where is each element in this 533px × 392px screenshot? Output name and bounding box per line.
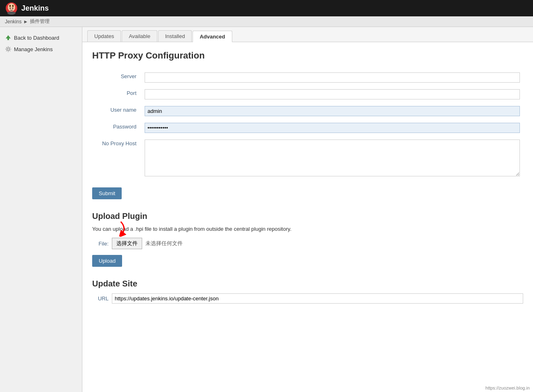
update-site-row: URL (92, 293, 523, 304)
server-input-cell (141, 69, 523, 86)
server-row: Server (92, 69, 523, 86)
main-layout: Back to Dashboard Manage Jenkins Updates… (0, 27, 533, 392)
logo-area: Jenkins (5, 2, 49, 15)
svg-point-5 (12, 8, 14, 9)
manage-jenkins-label: Manage Jenkins (14, 46, 53, 52)
no-file-chosen-label: 未选择任何文件 (145, 240, 183, 247)
upload-plugin-desc: You can upload a .hpi file to install a … (92, 226, 523, 232)
password-input[interactable] (145, 123, 520, 133)
app-header: Jenkins (0, 0, 533, 16)
file-choose-container: 选择文件 (112, 238, 142, 249)
breadcrumb-sep: ► (23, 19, 28, 25)
tab-available[interactable]: Available (122, 30, 157, 42)
up-arrow-icon (5, 34, 11, 41)
no-proxy-input-cell (141, 136, 523, 181)
svg-rect-3 (12, 5, 14, 7)
url-input[interactable] (112, 293, 523, 304)
server-input[interactable] (145, 72, 520, 83)
svg-marker-7 (6, 35, 11, 38)
footer-link: https://zuozwei.blog.in (485, 385, 530, 390)
svg-rect-2 (9, 5, 11, 7)
submit-button[interactable]: Submit (92, 187, 122, 199)
username-row: User name (92, 103, 523, 119)
server-label: Server (92, 69, 141, 86)
username-input[interactable] (145, 106, 520, 116)
choose-file-button[interactable]: 选择文件 (112, 238, 142, 249)
file-label: File: (92, 241, 109, 247)
jenkins-logo-icon (5, 2, 18, 15)
username-label: User name (92, 103, 141, 119)
tab-advanced[interactable]: Advanced (193, 31, 232, 42)
upload-button[interactable]: Upload (92, 255, 122, 267)
sidebar-item-manage-jenkins[interactable]: Manage Jenkins (0, 43, 82, 55)
tab-updates[interactable]: Updates (87, 30, 121, 42)
password-label: Password (92, 119, 141, 136)
app-title: Jenkins (21, 4, 49, 13)
page-content: HTTP Proxy Configuration Server Port Use… (82, 42, 533, 318)
port-input-cell (141, 86, 523, 103)
upload-plugin-title: Upload Plugin (92, 212, 523, 221)
svg-rect-8 (7, 38, 9, 40)
no-proxy-label: No Proxy Host (92, 136, 141, 181)
tabs-bar: Updates Available Installed Advanced (82, 27, 533, 42)
breadcrumb-current: 插件管理 (30, 18, 50, 25)
http-proxy-title: HTTP Proxy Configuration (92, 50, 523, 61)
port-input[interactable] (145, 89, 520, 99)
proxy-form-table: Server Port User name (92, 69, 523, 181)
gear-icon (5, 46, 11, 52)
sidebar: Back to Dashboard Manage Jenkins (0, 27, 82, 392)
breadcrumb: Jenkins ► 插件管理 (0, 16, 533, 27)
sidebar-item-back-to-dashboard[interactable]: Back to Dashboard (0, 32, 82, 43)
port-label: Port (92, 86, 141, 103)
svg-point-6 (7, 11, 16, 15)
tab-installed[interactable]: Installed (158, 30, 192, 42)
breadcrumb-jenkins-link[interactable]: Jenkins (5, 19, 22, 25)
file-upload-row: File: 选择文件 (92, 238, 523, 249)
svg-point-4 (10, 8, 11, 9)
svg-point-9 (7, 48, 9, 50)
back-to-dashboard-label: Back to Dashboard (14, 35, 59, 41)
password-row: Password (92, 119, 523, 136)
no-proxy-row: No Proxy Host (92, 136, 523, 181)
username-input-cell (141, 103, 523, 119)
port-row: Port (92, 86, 523, 103)
no-proxy-textarea[interactable] (145, 140, 520, 176)
main-content: Updates Available Installed Advanced HTT… (82, 27, 533, 392)
url-label: URL (92, 295, 109, 302)
update-site-title: Update Site (92, 279, 523, 288)
password-input-cell (141, 119, 523, 136)
